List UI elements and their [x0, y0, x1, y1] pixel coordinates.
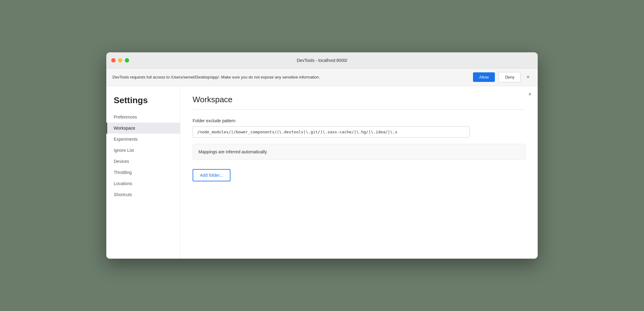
close-settings-button[interactable]: × [528, 91, 532, 98]
sidebar-item-shortcuts[interactable]: Shortcuts [106, 189, 180, 200]
allow-button[interactable]: Allow [473, 72, 495, 82]
main-content: Settings Preferences Workspace Experimen… [106, 86, 538, 259]
workspace-panel: × Workspace Folder exclude pattern Mappi… [180, 86, 538, 259]
folder-exclude-input[interactable] [193, 126, 470, 138]
sidebar-item-throttling[interactable]: Throttling [106, 167, 180, 178]
add-folder-button[interactable]: Add folder... [193, 169, 230, 181]
sidebar: Settings Preferences Workspace Experimen… [106, 86, 180, 259]
sidebar-item-preferences[interactable]: Preferences [106, 111, 180, 123]
sidebar-item-locations[interactable]: Locations [106, 178, 180, 189]
close-button[interactable] [111, 58, 116, 63]
settings-title: Settings [106, 92, 180, 111]
notification-message: DevTools requests full access to /Users/… [112, 75, 469, 79]
minimize-button[interactable] [118, 58, 122, 63]
title-bar: DevTools - localhost:8000/ [106, 52, 538, 68]
notification-bar: DevTools requests full access to /Users/… [106, 68, 538, 86]
notification-close-button[interactable]: × [524, 73, 532, 81]
sidebar-item-devices[interactable]: Devices [106, 156, 180, 167]
deny-button[interactable]: Deny [499, 72, 521, 82]
panel-divider [193, 109, 525, 110]
folder-exclude-label: Folder exclude pattern [193, 118, 525, 123]
window-title: DevTools - localhost:8000/ [297, 58, 347, 63]
sidebar-item-experiments[interactable]: Experiments [106, 134, 180, 145]
maximize-button[interactable] [125, 58, 129, 63]
sidebar-item-workspace[interactable]: Workspace [106, 123, 180, 134]
mappings-info-box: Mappings are inferred automatically. [193, 144, 525, 160]
panel-title: Workspace [193, 95, 525, 104]
sidebar-item-ignore-list[interactable]: Ignore List [106, 145, 180, 156]
mappings-info-text: Mappings are inferred automatically. [198, 149, 268, 154]
devtools-window: DevTools - localhost:8000/ DevTools requ… [106, 52, 538, 259]
traffic-lights [111, 58, 129, 63]
